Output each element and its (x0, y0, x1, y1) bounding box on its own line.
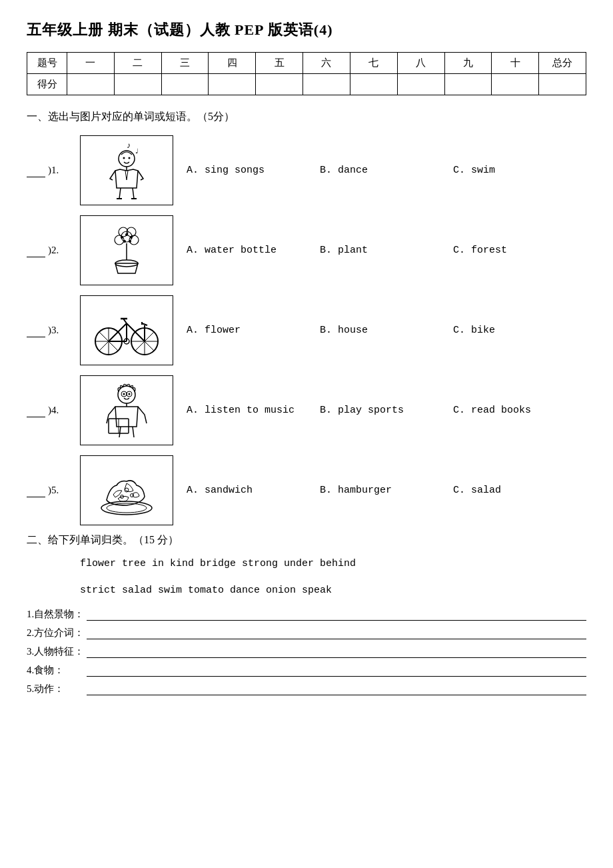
q2-option-a: A. water bottle (187, 245, 320, 256)
q3-image (80, 295, 173, 365)
q4-option-c: C. read books (453, 405, 586, 416)
fill-label-5: 5.动作： (27, 683, 87, 695)
word-list-2: strict salad swim tomato dance onion spe… (80, 581, 586, 601)
svg-line-30 (109, 323, 127, 341)
q4-image (80, 375, 173, 445)
svg-point-16 (125, 233, 128, 236)
svg-text:♪: ♪ (127, 141, 131, 150)
q2-option-c: C. forest (453, 245, 586, 256)
fill-line-1: 1.自然景物： (27, 607, 586, 621)
question-3: )3. (27, 293, 586, 367)
q1-image: ♪ ♩ (80, 135, 173, 205)
answer-bracket[interactable] (27, 163, 45, 177)
q3-option-a: A. flower (187, 325, 320, 336)
q4-option-b: B. play sports (320, 405, 453, 416)
svg-point-19 (129, 240, 131, 243)
question-4: )4. (27, 373, 586, 447)
section2-title: 二、给下列单词归类。（15 分） (27, 533, 586, 547)
q2-options: A. water bottle B. plant C. forest (187, 245, 586, 256)
svg-point-18 (123, 240, 126, 243)
q3-option-b: B. house (320, 325, 453, 336)
question-1: )1. ♪ ♩ (27, 133, 586, 207)
fill-label-4: 4.食物： (27, 664, 87, 677)
q5-option-b: B. hamburger (320, 485, 453, 496)
q3-label: )3. (27, 323, 80, 337)
svg-point-17 (130, 236, 133, 239)
q2-label: )2. (27, 243, 80, 257)
svg-point-42 (129, 393, 131, 395)
fill-input-4[interactable] (87, 663, 586, 677)
fill-label-1: 1.自然景物： (27, 608, 87, 621)
q2-option-b: B. plant (320, 245, 453, 256)
q4-label: )4. (27, 403, 80, 417)
svg-line-50 (133, 427, 134, 437)
fill-line-5: 5.动作： (27, 682, 586, 695)
svg-point-4 (129, 157, 131, 159)
svg-line-7 (133, 188, 134, 199)
word-list-1: flower tree in kind bridge strong under … (80, 554, 586, 574)
svg-point-15 (121, 236, 123, 239)
q5-option-c: C. salad (453, 485, 586, 496)
answer-bracket[interactable] (27, 323, 45, 337)
fill-line-4: 4.食物： (27, 663, 586, 677)
svg-point-3 (123, 157, 125, 159)
svg-line-6 (119, 188, 121, 199)
svg-line-37 (142, 323, 147, 325)
fill-input-2[interactable] (87, 626, 586, 639)
svg-text:♩: ♩ (135, 147, 139, 155)
svg-line-31 (127, 323, 145, 341)
q4-options: A. listen to music B. play sports C. rea… (187, 405, 586, 416)
q3-options: A. flower B. house C. bike (187, 325, 586, 336)
fill-input-1[interactable] (87, 607, 586, 621)
fill-line-3: 3.人物特征： (27, 645, 586, 658)
q1-option-b: B. dance (320, 165, 453, 176)
svg-point-41 (123, 393, 125, 395)
fill-label-2: 2.方位介词： (27, 627, 87, 639)
q1-label: )1. (27, 163, 80, 177)
svg-point-52 (107, 503, 147, 513)
q1-option-a: A. sing songs (187, 165, 320, 176)
question-2: )2. A. water bottle B. plant C. forest (27, 213, 586, 287)
answer-bracket[interactable] (27, 243, 45, 257)
q1-options: A. sing songs B. dance C. swim (187, 165, 586, 176)
q4-option-a: A. listen to music (187, 405, 320, 416)
answer-bracket[interactable] (27, 483, 45, 497)
q2-image (80, 215, 173, 285)
q5-option-a: A. sandwich (187, 485, 320, 496)
fill-input-3[interactable] (87, 645, 586, 658)
q3-number: )3. (48, 325, 59, 336)
score-table: 题号一二三四五六七八九十总分 得分 (27, 52, 586, 95)
fill-label-3: 3.人物特征： (27, 645, 87, 658)
answer-bracket[interactable] (27, 403, 45, 417)
svg-point-2 (119, 151, 135, 167)
section1-title: 一、选出与图片对应的单词或短语。（5分） (27, 110, 586, 124)
question-5: )5. A. sandwich B. hamburger C. salad (27, 453, 586, 527)
fill-line-2: 2.方位介词： (27, 626, 586, 639)
q3-option-c: C. bike (453, 325, 586, 336)
svg-line-49 (119, 427, 121, 437)
q2-number: )2. (48, 245, 59, 256)
q5-image (80, 455, 173, 525)
q5-options: A. sandwich B. hamburger C. salad (187, 485, 586, 496)
q5-number: )5. (48, 485, 59, 496)
q4-number: )4. (48, 405, 59, 416)
fill-input-5[interactable] (87, 682, 586, 695)
page-title: 五年级上册 期末（试题）人教 PEP 版英语(4) (27, 20, 586, 40)
q5-label: )5. (27, 483, 80, 497)
q1-number: )1. (48, 165, 59, 176)
q1-option-c: C. swim (453, 165, 586, 176)
